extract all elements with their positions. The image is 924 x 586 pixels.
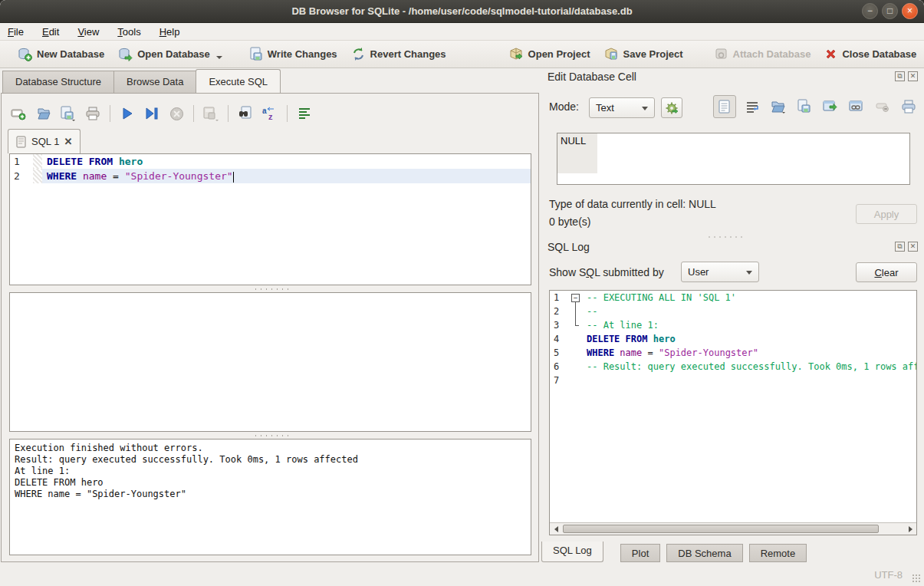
cell-null-value: NULL [557,133,597,173]
tab-sql-log[interactable]: SQL Log [541,542,603,562]
line-number: 3 [550,318,570,332]
sql-log-view[interactable]: 1-- EXECUTING ALL IN 'SQL 1'2--3-- At li… [549,290,917,535]
open-sql-file-button[interactable] [32,103,55,124]
close-database-label: Close Database [842,48,916,60]
open-database-dropdown-icon[interactable] [216,56,222,59]
link-data-button[interactable] [847,97,866,117]
save-project-button[interactable]: Save Project [597,43,690,65]
close-database-icon [824,48,837,61]
tab-execute-sql[interactable]: Execute SQL [196,69,281,93]
fold-margin [33,169,42,183]
log-horizontal-scrollbar[interactable] [550,522,916,535]
minimize-button[interactable]: − [862,3,878,19]
code-text: WHERE name = "Spider-Youngster" [42,169,531,183]
sql-toolbar-separator [287,105,288,122]
title-bar[interactable]: DB Browser for SQLite - /home/user/code/… [0,0,924,23]
close-dock-icon[interactable]: ✕ [908,71,918,81]
play-icon [120,107,134,120]
encoding-indicator[interactable]: UTF-8 [874,569,903,581]
new-tab-icon [11,106,28,121]
sql-editor[interactable]: 1DELETE FROM hero2WHERE name = "Spider-Y… [9,153,531,285]
import-cell-button[interactable] [768,97,788,117]
auto-format-button[interactable]: az [258,103,281,124]
combo-arrow-icon [642,107,648,110]
scroll-left-arrow[interactable] [550,523,562,535]
float-dock-icon[interactable]: ⧉ [895,242,905,252]
float-dock-icon[interactable]: ⧉ [895,71,905,81]
maximize-button[interactable]: □ [882,3,898,19]
editor-results-splitter[interactable] [255,287,289,291]
clear-log-button[interactable]: Clear [856,262,917,282]
fold-margin [570,346,582,360]
execute-current-line-button[interactable] [140,103,163,124]
show-sql-label: Show SQL submitted by [549,266,664,278]
fold-margin [570,360,582,374]
toggle-results-button[interactable] [293,103,316,124]
save-sql-file-button[interactable] [57,103,80,124]
close-database-button[interactable]: Close Database [817,44,923,64]
resize-grip[interactable] [912,574,921,583]
attach-database-button: Attach Database [707,43,818,65]
sql-editor-code[interactable]: 1DELETE FROM hero2WHERE name = "Spider-Y… [10,154,531,285]
word-wrap-button[interactable] [742,97,762,117]
code-text: -- [582,305,916,318]
tab-remote[interactable]: Remote [749,544,807,562]
open-database-button[interactable]: Open Database [111,43,229,65]
new-database-button[interactable]: New Database [11,43,111,65]
execute-sql-button[interactable] [116,103,139,124]
code-text: -- Result: query executed successfully. … [582,360,916,374]
results-output-splitter[interactable] [255,433,289,437]
set-null-button [873,97,893,117]
sql-log-code[interactable]: 1-- EXECUTING ALL IN 'SQL 1'2--3-- At li… [550,291,916,522]
scrollbar-thumb[interactable] [563,525,879,533]
tab-db-schema[interactable]: DB Schema [666,544,742,562]
write-changes-button[interactable]: Write Changes [242,43,344,65]
export-cell-button[interactable] [794,97,814,117]
new-sql-tab-button[interactable] [8,103,31,124]
gear-icon [665,101,679,115]
results-grid[interactable] [9,292,531,432]
save-cell-icon [797,99,811,114]
open-project-button[interactable]: Open Project [502,43,597,65]
menu-edit[interactable]: Edit [42,26,59,38]
code-text [582,374,916,387]
edit-cell-dock-title: Edit Database Cell [547,71,636,83]
revert-changes-button[interactable]: Revert Changes [344,43,453,65]
close-dock-icon[interactable]: ✕ [908,242,918,252]
code-text: DELETE FROM hero [582,332,916,346]
attach-database-icon [714,47,728,61]
close-sql-tab-icon[interactable]: ✕ [64,136,72,147]
execution-output[interactable]: Execution finished without errors. Resul… [9,439,531,555]
tab-browse-data[interactable]: Browse Data [113,71,196,94]
text-mode-button[interactable] [713,95,736,118]
tab-plot[interactable]: Plot [620,544,660,562]
open-database-label: Open Database [137,48,210,60]
find-button[interactable] [234,103,257,124]
sql-submitter-combobox[interactable]: User [681,262,759,282]
line-number: 6 [550,360,570,374]
left-arrow-icon [554,526,558,532]
cell-content-editor[interactable]: NULL [557,133,910,185]
open-in-app-button[interactable] [820,97,840,117]
close-button[interactable]: × [902,3,918,19]
sql-toolbar-separator [228,105,229,122]
save-results-button [199,103,222,124]
mode-combobox[interactable]: Text [589,97,655,118]
print-button[interactable] [81,103,104,124]
sql1-tab[interactable]: SQL 1 ✕ [8,129,81,153]
minimize-icon: − [867,5,873,16]
new-database-label: New Database [37,48,104,60]
tab-database-structure[interactable]: Database Structure [2,71,113,94]
print-cell-button[interactable] [899,97,919,117]
svg-text:z: z [268,112,273,121]
apply-mode-button[interactable] [661,97,682,118]
menu-view[interactable]: View [77,26,99,38]
scroll-right-arrow[interactable] [904,523,916,535]
dock-splitter[interactable] [706,235,745,239]
line-number: 2 [550,305,570,318]
menu-tools[interactable]: Tools [117,26,140,38]
menu-help[interactable]: Help [159,26,180,38]
fold-minus-icon[interactable] [570,291,582,305]
fold-margin [570,318,582,332]
menu-file[interactable]: File [8,26,24,38]
